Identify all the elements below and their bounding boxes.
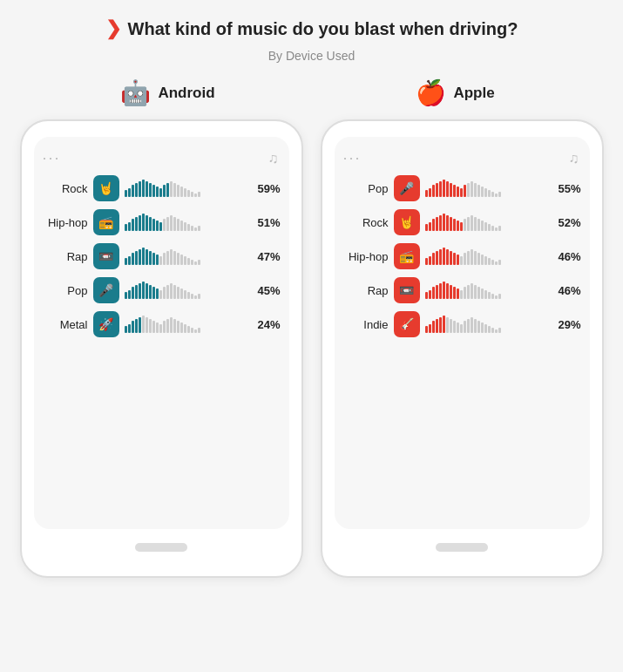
bar: [135, 319, 138, 333]
bar: [495, 227, 498, 231]
bars-container: [425, 282, 546, 299]
bar: [139, 215, 141, 231]
bar: [187, 190, 190, 197]
bar: [491, 226, 494, 231]
bar: [159, 324, 162, 333]
bar: [125, 292, 127, 299]
apple-phone-inner: ··· ♫ Pop 🎤 55% Rock 🤘 52% Hip-hop 📻 46%: [335, 137, 590, 529]
bar: [498, 192, 501, 197]
bars-container: [425, 316, 546, 333]
bar: [436, 285, 438, 299]
bar: [429, 290, 431, 299]
bar: [457, 322, 459, 333]
bar: [436, 251, 438, 265]
bar: [425, 258, 428, 265]
bar: [149, 183, 152, 197]
bar: [443, 316, 445, 333]
bar: [163, 185, 166, 197]
bar: [125, 190, 127, 197]
bar: [163, 253, 166, 265]
bar: [477, 219, 480, 231]
bar: [132, 219, 134, 231]
bar: [159, 290, 162, 299]
bar: [132, 287, 134, 299]
bar: [170, 317, 173, 333]
bar: [453, 253, 456, 265]
genre-icon: 🎤: [93, 277, 119, 303]
genre-label: Rock: [343, 216, 389, 229]
apple-chart-rows: Pop 🎤 55% Rock 🤘 52% Hip-hop 📻 46% Rap 📼: [343, 175, 581, 337]
chart-row: Metal 🚀 24%: [43, 311, 281, 337]
bar: [491, 294, 494, 299]
bar: [156, 322, 159, 333]
bar: [464, 219, 466, 231]
bar: [152, 321, 155, 333]
bar: [488, 292, 491, 299]
bar: [170, 181, 173, 197]
bar: [146, 283, 148, 299]
bar: [467, 251, 470, 265]
bar: [467, 319, 470, 333]
android-icon: 🤖: [120, 78, 151, 107]
bar: [467, 285, 470, 299]
bar: [177, 321, 179, 333]
bar: [177, 219, 179, 231]
bar: [163, 219, 166, 231]
bar: [429, 256, 431, 265]
bar: [198, 294, 200, 299]
bar: [450, 319, 452, 333]
bar: [180, 255, 183, 265]
android-phone-header: ··· ♫: [43, 149, 281, 167]
bar: [432, 185, 435, 197]
pct-label: 29%: [552, 318, 581, 331]
apple-label: 🍎 Apple: [325, 78, 586, 107]
bar: [425, 326, 428, 333]
genre-icon: 📼: [394, 277, 420, 303]
bar: [191, 260, 193, 265]
pct-label: 46%: [552, 250, 581, 263]
chart-row: Indie 🎸 29%: [343, 311, 581, 337]
bar: [439, 283, 442, 299]
bar: [125, 326, 127, 333]
genre-label: Rap: [343, 284, 389, 297]
bar: [439, 249, 442, 265]
bar: [436, 217, 438, 231]
bar: [488, 224, 491, 231]
android-chart-rows: Rock 🤘 59% Hip-hop 📻 51% Rap 📼 47% Pop 🎤: [43, 175, 281, 337]
bar: [139, 283, 141, 299]
genre-label: Pop: [343, 182, 389, 195]
bar: [432, 287, 435, 299]
bar: [498, 328, 501, 333]
bar: [464, 321, 466, 333]
genre-icon: 📻: [93, 209, 119, 235]
bar: [191, 226, 193, 231]
bar: [474, 217, 477, 231]
bar: [495, 261, 498, 265]
genre-icon: 🎤: [394, 175, 420, 201]
genre-label: Rock: [43, 182, 88, 195]
dots: ···: [43, 149, 61, 167]
bars-container: [425, 248, 546, 265]
bar: [439, 215, 442, 231]
bar: [194, 329, 197, 333]
bar: [135, 183, 138, 197]
pct-label: 46%: [552, 284, 581, 297]
bar: [432, 253, 435, 265]
bar: [146, 181, 148, 197]
bar: [198, 328, 200, 333]
bar: [163, 287, 166, 299]
pct-label: 52%: [552, 216, 581, 229]
bar: [184, 324, 186, 333]
bar: [173, 319, 176, 333]
bar: [132, 185, 134, 197]
devices-row: 🤖 Android 🍎 Apple: [9, 78, 614, 107]
bar: [132, 253, 134, 265]
bar: [471, 181, 473, 197]
bar: [135, 217, 138, 231]
bar: [432, 219, 435, 231]
bar: [180, 322, 183, 333]
bar: [198, 260, 200, 265]
bar: [152, 185, 155, 197]
bar: [149, 285, 152, 299]
bar: [142, 316, 145, 333]
